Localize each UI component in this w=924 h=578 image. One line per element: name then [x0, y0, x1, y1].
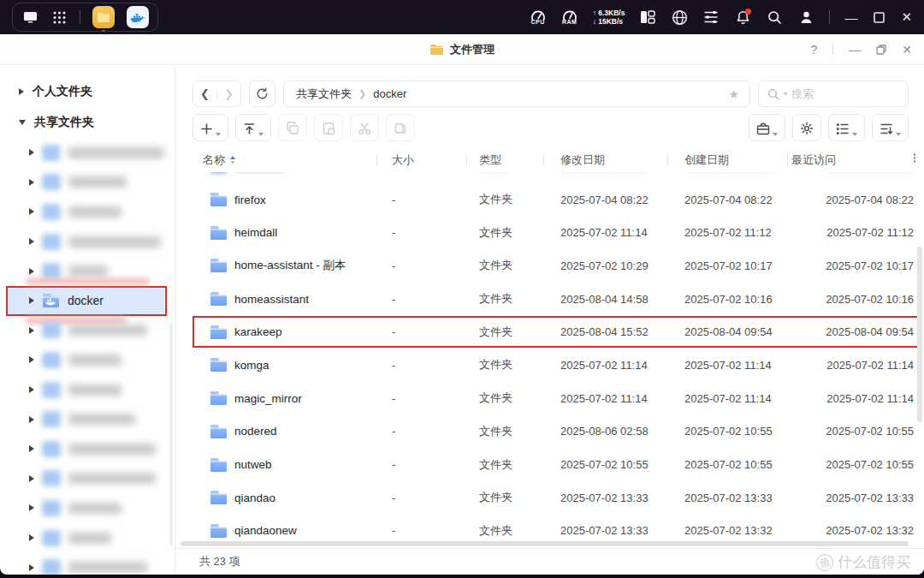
refresh-button[interactable]: [249, 80, 275, 107]
sidebar-item-blurred[interactable]: [9, 434, 164, 464]
breadcrumb-root[interactable]: 共享文件夹: [296, 86, 352, 102]
user-account-icon[interactable]: [797, 9, 814, 26]
sidebar-item-blurred[interactable]: [9, 168, 164, 198]
table-row-qiandao[interactable]: qiandao-文件夹2025-07-02 13:332025-07-02 13…: [196, 481, 921, 515]
column-header-type[interactable]: 类型: [466, 147, 543, 172]
table-row-karakeep[interactable]: karakeep-文件夹2025-08-04 15:522025-08-04 0…: [196, 315, 921, 349]
collapse-arrow-icon[interactable]: [29, 386, 34, 393]
search-filter-caret-icon[interactable]: [783, 92, 788, 96]
sidebar-item-blurred[interactable]: [9, 197, 164, 227]
table-row-home-assistant - 副本[interactable]: home-assistant - 副本-文件夹2025-07-02 10:292…: [196, 249, 921, 283]
created-date: 2025-07-02 13:32: [667, 524, 787, 537]
storage-server-icon[interactable]: [702, 9, 720, 26]
restore-icon[interactable]: [876, 45, 886, 55]
widgets-panel-icon[interactable]: [639, 9, 656, 26]
collapse-arrow-icon[interactable]: [29, 268, 34, 275]
copy-button[interactable]: [278, 114, 307, 141]
table-row[interactable]: [196, 172, 921, 183]
desktop-maximize-icon[interactable]: [874, 12, 885, 23]
breadcrumb-current[interactable]: docker: [373, 87, 406, 100]
minimize-icon[interactable]: —: [849, 43, 861, 57]
horizontal-scrollbar[interactable]: [181, 541, 909, 546]
close-icon[interactable]: ✕: [902, 43, 912, 57]
column-header-size[interactable]: 大小: [376, 147, 466, 172]
help-icon[interactable]: ?: [810, 43, 817, 57]
table-row-magic_mirror[interactable]: magic_mirror-文件夹2025-07-02 11:142025-07-…: [196, 382, 921, 415]
collapse-arrow-icon[interactable]: [29, 327, 34, 334]
upload-button[interactable]: [235, 114, 271, 141]
blurred-folder-label: [68, 414, 135, 425]
back-button[interactable]: ❮: [193, 81, 216, 106]
sidebar-item-blurred[interactable]: [9, 227, 164, 257]
sidebar-item-shared-folders[interactable]: 共享文件夹: [0, 107, 175, 138]
cut-button[interactable]: [350, 114, 379, 141]
sidebar-item-blurred[interactable]: [9, 138, 164, 168]
desktop-icon[interactable]: [21, 9, 38, 26]
favorite-star-icon[interactable]: ★: [728, 87, 739, 101]
collapse-arrow-icon[interactable]: [29, 179, 34, 186]
collapse-arrow-icon[interactable]: [29, 356, 34, 363]
tools-button[interactable]: [749, 114, 785, 141]
vertical-scrollbar[interactable]: [917, 247, 922, 422]
blurred-folder-label: [68, 384, 121, 396]
search-input[interactable]: [791, 87, 877, 100]
ram-monitor-icon[interactable]: RAM: [561, 9, 578, 25]
folder-icon: [210, 172, 228, 174]
collapse-arrow-icon[interactable]: [29, 475, 34, 482]
table-row-heimdall[interactable]: heimdall-文件夹2025-07-02 11:142025-07-02 1…: [196, 216, 921, 249]
docker-app-icon[interactable]: [127, 6, 149, 28]
column-header-created[interactable]: 创建日期: [667, 147, 787, 172]
sidebar-item-blurred[interactable]: [9, 493, 164, 523]
new-item-button[interactable]: [192, 114, 228, 141]
sidebar-item-blurred[interactable]: [9, 375, 164, 405]
collapse-arrow-icon[interactable]: [19, 88, 24, 95]
collapse-arrow-icon[interactable]: [29, 445, 34, 452]
column-options-icon[interactable]: [914, 153, 916, 163]
sidebar-scrollbar[interactable]: [169, 323, 173, 545]
network-speed[interactable]: ↑ 6.3KB/s ↓ 15KB/s: [593, 9, 625, 26]
sidebar-item-blurred[interactable]: [9, 523, 164, 553]
collapse-arrow-icon[interactable]: [29, 208, 34, 215]
sidebar-item-blurred[interactable]: [9, 464, 164, 494]
column-header-accessed[interactable]: 最近访问: [787, 147, 921, 172]
sidebar-item-blurred[interactable]: [9, 552, 164, 575]
file-manager-app-icon[interactable]: [92, 6, 115, 28]
desktop-close-icon[interactable]: ✕: [901, 9, 912, 25]
view-mode-button[interactable]: [828, 114, 865, 141]
forward-button[interactable]: ❯: [217, 81, 240, 106]
expand-arrow-icon[interactable]: [19, 120, 26, 125]
sidebar-item-personal-folders[interactable]: 个人文件夹: [0, 76, 175, 107]
collapse-arrow-icon[interactable]: [29, 534, 34, 541]
collapse-arrow-icon[interactable]: [29, 238, 34, 245]
sidebar-item-blurred[interactable]: [9, 345, 164, 375]
notifications-bell-icon[interactable]: [734, 9, 751, 26]
table-row-nutweb[interactable]: nutweb-文件夹2025-07-02 10:552025-07-02 10:…: [196, 448, 921, 481]
collapse-arrow-icon[interactable]: [29, 504, 34, 511]
settings-button[interactable]: [792, 114, 821, 141]
paste-button[interactable]: [314, 114, 343, 141]
column-header-modified[interactable]: 修改日期: [543, 147, 667, 172]
collapse-arrow-icon[interactable]: [29, 297, 34, 304]
language-globe-icon[interactable]: [671, 9, 688, 26]
file-size: -: [376, 458, 466, 471]
sort-button[interactable]: [872, 114, 909, 141]
duplicate-button[interactable]: [386, 114, 415, 141]
sidebar-item-blurred[interactable]: [9, 316, 164, 346]
sidebar-item-docker[interactable]: docker: [9, 286, 164, 316]
table-row-firefox[interactable]: firefox-文件夹2025-07-04 08:222025-07-04 08…: [196, 183, 921, 217]
search-icon[interactable]: [766, 9, 783, 26]
cpu-monitor-icon[interactable]: CPU: [530, 9, 547, 25]
app-launcher-icon[interactable]: [50, 9, 68, 26]
collapse-arrow-icon[interactable]: [29, 416, 34, 423]
column-header-name[interactable]: 名称: [196, 147, 376, 172]
collapse-arrow-icon[interactable]: [29, 564, 34, 571]
table-row-homeassistant[interactable]: homeassistant-文件夹2025-08-04 14:582025-07…: [196, 283, 921, 316]
desktop-minimize-icon[interactable]: —: [844, 10, 857, 25]
table-row-komga[interactable]: komga-文件夹2025-07-02 11:142025-07-02 11:1…: [196, 349, 921, 382]
collapse-arrow-icon[interactable]: [29, 149, 34, 156]
table-row-nodered[interactable]: nodered-文件夹2025-08-06 02:582025-07-02 10…: [196, 415, 921, 449]
modified-date: 2025-07-02 10:55: [543, 458, 667, 471]
sidebar-item-blurred[interactable]: [9, 404, 164, 434]
table-header: 名称 大小 类型 修改日期 创建日期 最近访问: [196, 147, 921, 172]
search-box[interactable]: [758, 80, 909, 107]
